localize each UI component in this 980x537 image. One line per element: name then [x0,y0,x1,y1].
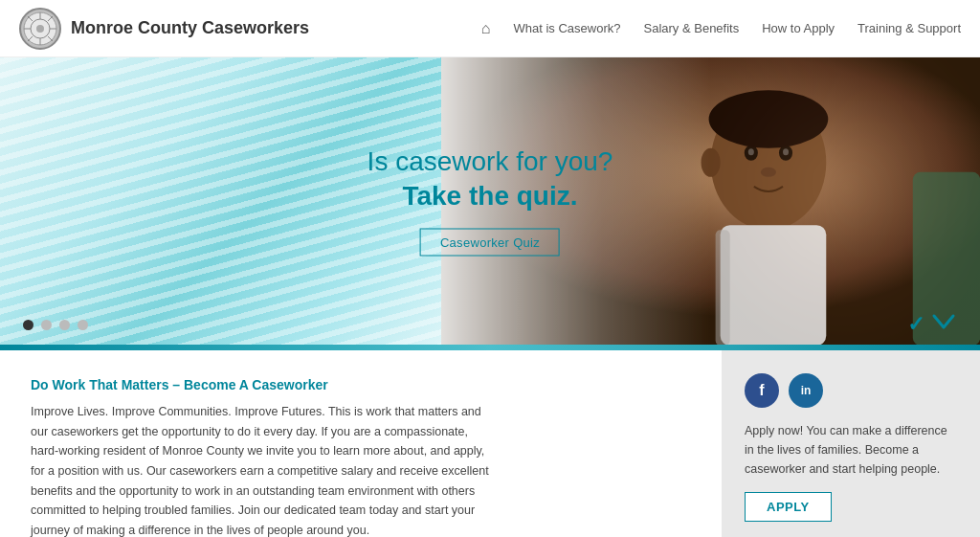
site-logo [19,8,61,50]
slider-dots [23,320,88,330]
hero-content: Is casework for you? Take the quiz. Case… [368,146,613,257]
section-body-text: Improve Lives. Improve Communities. Impr… [31,402,490,537]
apply-description: Apply now! You can make a difference in … [745,421,957,479]
linkedin-icon[interactable]: in [789,373,823,408]
apply-button[interactable]: APPLY [745,492,832,522]
hero-question-text: Is casework for you? [368,146,613,177]
scroll-down-chevron[interactable]: ✓ [907,312,957,337]
nav-training-support[interactable]: Training & Support [858,21,961,35]
social-icons: f in [745,373,957,408]
slider-dot-1[interactable] [23,320,33,330]
nav-what-is-casework[interactable]: What is Casework? [514,21,621,35]
site-title: Monroe County Caseworkers [71,18,309,38]
site-header: Monroe County Caseworkers ⌂ What is Case… [0,0,980,57]
slider-dot-2[interactable] [41,320,52,330]
section-title: Do Work That Matters – Become A Casework… [31,377,691,392]
slider-dot-4[interactable] [78,320,88,330]
slider-controls: ✓ [0,312,980,337]
main-nav: ⌂ What is Casework? Salary & Benefits Ho… [481,20,961,37]
right-panel: f in Apply now! You can make a differenc… [722,350,980,537]
nav-how-to-apply[interactable]: How to Apply [762,21,835,35]
bottom-section: Do Work That Matters – Become A Casework… [0,350,980,537]
quiz-button[interactable]: Caseworker Quiz [420,229,560,257]
slider-dot-3[interactable] [59,320,70,330]
nav-salary-benefits[interactable]: Salary & Benefits [643,21,739,35]
home-icon[interactable]: ⌂ [481,20,491,37]
hero-cta-text: Take the quiz. [368,181,613,212]
facebook-icon[interactable]: f [745,373,779,408]
svg-point-2 [36,25,44,33]
hero-section: Is casework for you? Take the quiz. Case… [0,57,980,345]
logo-area: Monroe County Caseworkers [19,8,309,50]
left-content-area: Do Work That Matters – Become A Casework… [0,350,722,537]
